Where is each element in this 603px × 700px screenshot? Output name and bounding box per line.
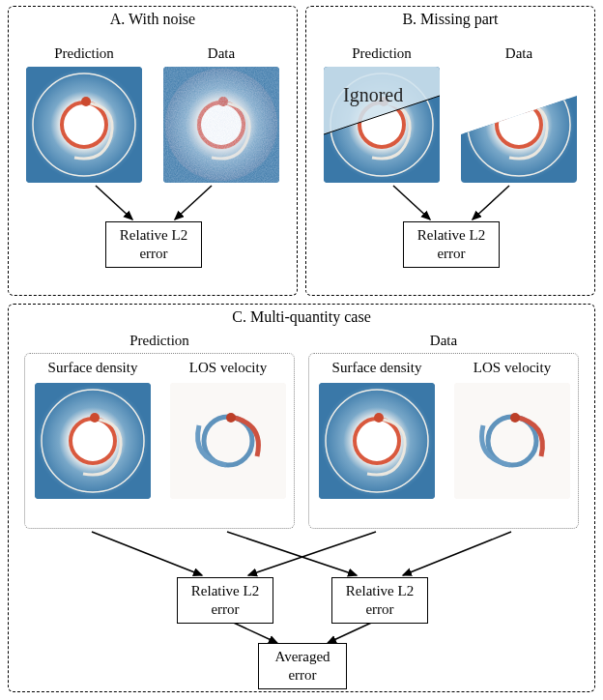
panel-c: C. Multi-quantity case Prediction Surfac… bbox=[8, 304, 595, 692]
panel-a-title: A. With noise bbox=[9, 11, 297, 28]
panel-a: A. With noise Prediction Data bbox=[8, 6, 298, 296]
panel-c-data-los-image bbox=[454, 383, 570, 499]
svg-line-27 bbox=[393, 186, 430, 219]
panel-b: B. Missing part Prediction Data bbox=[305, 6, 595, 296]
panel-c-data-sd-label: Surface density bbox=[319, 360, 435, 376]
panel-c-pred-los-image bbox=[170, 383, 286, 499]
panel-c-pred-sd-label: Surface density bbox=[35, 360, 151, 376]
svg-point-34 bbox=[90, 413, 100, 423]
panel-c-data-group-label: Data bbox=[309, 333, 578, 349]
panel-c-pred-sd-image bbox=[35, 383, 151, 499]
svg-rect-35 bbox=[170, 383, 286, 499]
panel-b-title: B. Missing part bbox=[306, 11, 594, 28]
panel-c-error-right: Relative L2 error bbox=[331, 577, 428, 624]
panel-c-data-sd-image bbox=[319, 383, 435, 499]
panel-c-pred-los-label: LOS velocity bbox=[170, 360, 286, 376]
panel-c-data-los-label: LOS velocity bbox=[454, 360, 570, 376]
svg-point-46 bbox=[510, 413, 520, 423]
panel-c-data-group: Data Surface density LOS velocity bbox=[308, 353, 579, 529]
svg-point-5 bbox=[81, 97, 91, 106]
panel-c-prediction-group-label: Prediction bbox=[25, 333, 294, 349]
svg-line-11 bbox=[96, 186, 132, 219]
panel-a-prediction-label: Prediction bbox=[26, 45, 142, 62]
panel-c-prediction-group: Prediction Surface density LOS velocity bbox=[24, 353, 295, 529]
panel-a-error-box: Relative L2 error bbox=[105, 221, 202, 268]
panel-c-averaged-box: Averaged error bbox=[258, 643, 347, 689]
panel-a-prediction-image bbox=[26, 67, 142, 183]
panel-b-error-box: Relative L2 error bbox=[403, 221, 500, 268]
panel-b-data-label: Data bbox=[461, 45, 577, 62]
panel-a-data-label: Data bbox=[163, 45, 279, 62]
svg-rect-44 bbox=[454, 383, 570, 499]
svg-line-50 bbox=[403, 532, 511, 575]
svg-point-37 bbox=[226, 413, 236, 423]
svg-point-43 bbox=[374, 413, 384, 423]
panel-c-title: C. Multi-quantity case bbox=[9, 308, 594, 326]
svg-line-12 bbox=[175, 186, 212, 219]
ignored-label: Ignored bbox=[343, 84, 403, 106]
panel-c-error-left: Relative L2 error bbox=[177, 577, 273, 624]
svg-line-48 bbox=[227, 532, 357, 575]
svg-line-47 bbox=[92, 532, 202, 575]
svg-point-10 bbox=[218, 97, 228, 106]
svg-line-49 bbox=[248, 532, 376, 575]
panel-b-data-image bbox=[461, 67, 577, 183]
svg-line-28 bbox=[473, 186, 509, 219]
panel-a-data-image bbox=[163, 67, 279, 183]
panel-b-prediction-label: Prediction bbox=[324, 45, 440, 62]
